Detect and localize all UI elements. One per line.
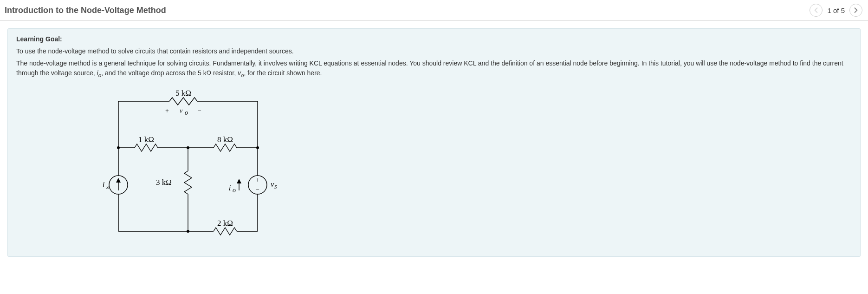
chevron-left-icon — [813, 7, 819, 13]
body-text-c: resistor, — [211, 69, 238, 77]
vo-sub: o — [185, 109, 188, 116]
body-unit: kΩ — [203, 69, 211, 77]
chevron-right-icon — [853, 7, 859, 13]
learning-goal-panel: Learning Goal: To use the node-voltage m… — [7, 28, 861, 257]
r2-label: 2 kΩ — [217, 219, 233, 228]
vs-plus: + — [256, 176, 259, 183]
learning-goal-intro: To use the node-voltage method to solve … — [16, 46, 852, 56]
page-nav: 1 of 5 — [810, 4, 862, 17]
is-sym: i — [103, 180, 105, 189]
vo-sym: v — [180, 107, 183, 114]
var-vo-v: v — [238, 69, 241, 77]
next-button[interactable] — [849, 4, 862, 17]
learning-goal-body: The node-voltage method is a general tec… — [16, 59, 852, 79]
page-counter: 1 of 5 — [827, 7, 845, 14]
vs-minus: − — [256, 186, 259, 193]
vs-sym: v — [271, 180, 274, 189]
learning-goal-label: Learning Goal: — [16, 35, 852, 43]
circuit-svg: 5 kΩ + v o − 1 kΩ 8 kΩ — [91, 87, 295, 245]
svg-point-5 — [187, 230, 189, 233]
io-sym: i — [229, 183, 231, 192]
page-title: Introduction to the Node-Voltage Method — [5, 6, 166, 15]
r8-label: 8 kΩ — [217, 135, 233, 144]
vs-sub: s — [274, 183, 277, 190]
vo-minus: − — [198, 107, 201, 114]
prev-button[interactable] — [810, 4, 823, 17]
content-area: Learning Goal: To use the node-voltage m… — [0, 21, 868, 264]
body-text-b: , and the voltage drop across the 5 — [101, 69, 203, 77]
is-sub: s — [106, 183, 109, 190]
circuit-diagram: 5 kΩ + v o − 1 kΩ 8 kΩ — [91, 87, 852, 245]
r3-label: 3 kΩ — [156, 178, 172, 187]
page-header: Introduction to the Node-Voltage Method … — [0, 0, 868, 21]
body-text-d: , for the circuit shown here. — [244, 69, 322, 77]
r5-label: 5 kΩ — [175, 89, 191, 98]
io-sub: o — [233, 187, 236, 194]
vo-plus: + — [165, 107, 169, 114]
r1-label: 1 kΩ — [138, 135, 154, 144]
